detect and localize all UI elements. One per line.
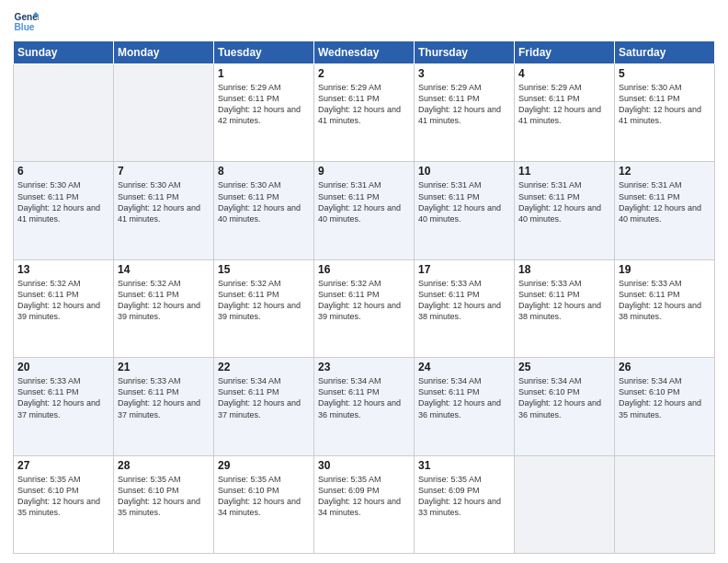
day-number: 24 <box>418 361 510 373</box>
day-number: 16 <box>318 263 410 276</box>
calendar-cell: 15Sunrise: 5:32 AM Sunset: 6:11 PM Dayli… <box>214 259 314 357</box>
calendar-cell: 4Sunrise: 5:29 AM Sunset: 6:11 PM Daylig… <box>515 64 615 162</box>
day-number: 17 <box>418 263 510 276</box>
day-info: Sunrise: 5:30 AM Sunset: 6:11 PM Dayligh… <box>619 82 711 127</box>
day-info: Sunrise: 5:35 AM Sunset: 6:09 PM Dayligh… <box>418 474 510 519</box>
day-number: 25 <box>518 361 610 373</box>
calendar-cell: 24Sunrise: 5:34 AM Sunset: 6:11 PM Dayli… <box>415 358 515 455</box>
day-info: Sunrise: 5:29 AM Sunset: 6:11 PM Dayligh… <box>218 82 310 127</box>
day-number: 18 <box>518 263 610 276</box>
calendar-cell: 26Sunrise: 5:34 AM Sunset: 6:10 PM Dayli… <box>615 358 715 455</box>
calendar-cell: 19Sunrise: 5:33 AM Sunset: 6:11 PM Dayli… <box>615 259 715 357</box>
calendar-cell: 27Sunrise: 5:35 AM Sunset: 6:10 PM Dayli… <box>14 455 114 553</box>
day-info: Sunrise: 5:30 AM Sunset: 6:11 PM Dayligh… <box>17 179 109 224</box>
day-number: 12 <box>619 165 711 178</box>
day-info: Sunrise: 5:35 AM Sunset: 6:10 PM Dayligh… <box>218 474 310 519</box>
day-number: 29 <box>218 459 310 472</box>
day-number: 6 <box>17 165 109 178</box>
day-info: Sunrise: 5:34 AM Sunset: 6:10 PM Dayligh… <box>518 375 610 420</box>
calendar-cell <box>114 64 214 162</box>
day-info: Sunrise: 5:29 AM Sunset: 6:11 PM Dayligh… <box>418 82 510 127</box>
calendar-cell: 20Sunrise: 5:33 AM Sunset: 6:11 PM Dayli… <box>14 358 114 455</box>
day-number: 19 <box>619 263 711 276</box>
calendar-cell: 9Sunrise: 5:31 AM Sunset: 6:11 PM Daylig… <box>314 162 415 259</box>
day-number: 1 <box>218 67 310 80</box>
page: General Blue SundayMondayTuesdayWednesda… <box>0 0 728 563</box>
day-number: 11 <box>518 165 610 178</box>
day-number: 3 <box>418 67 510 80</box>
calendar-day-header: Thursday <box>415 41 515 64</box>
day-number: 15 <box>218 263 310 276</box>
calendar-cell: 28Sunrise: 5:35 AM Sunset: 6:10 PM Dayli… <box>114 455 214 553</box>
day-info: Sunrise: 5:31 AM Sunset: 6:11 PM Dayligh… <box>619 179 711 224</box>
day-info: Sunrise: 5:29 AM Sunset: 6:11 PM Dayligh… <box>318 82 410 127</box>
calendar-cell: 12Sunrise: 5:31 AM Sunset: 6:11 PM Dayli… <box>615 162 715 259</box>
calendar-week-row: 27Sunrise: 5:35 AM Sunset: 6:10 PM Dayli… <box>14 455 715 553</box>
day-number: 5 <box>619 67 711 80</box>
day-info: Sunrise: 5:33 AM Sunset: 6:11 PM Dayligh… <box>418 278 510 323</box>
calendar-cell: 21Sunrise: 5:33 AM Sunset: 6:11 PM Dayli… <box>114 358 214 455</box>
calendar-cell: 3Sunrise: 5:29 AM Sunset: 6:11 PM Daylig… <box>415 64 515 162</box>
logo: General Blue <box>13 9 42 35</box>
calendar-cell: 30Sunrise: 5:35 AM Sunset: 6:09 PM Dayli… <box>314 455 415 553</box>
day-info: Sunrise: 5:34 AM Sunset: 6:11 PM Dayligh… <box>418 375 510 420</box>
calendar-cell: 29Sunrise: 5:35 AM Sunset: 6:10 PM Dayli… <box>214 455 314 553</box>
calendar-cell: 6Sunrise: 5:30 AM Sunset: 6:11 PM Daylig… <box>14 162 114 259</box>
calendar-cell <box>615 455 715 553</box>
day-number: 28 <box>118 459 210 472</box>
day-number: 27 <box>17 459 109 472</box>
calendar-cell: 7Sunrise: 5:30 AM Sunset: 6:11 PM Daylig… <box>114 162 214 259</box>
day-number: 23 <box>318 361 410 373</box>
calendar-cell: 16Sunrise: 5:32 AM Sunset: 6:11 PM Dayli… <box>314 259 415 357</box>
calendar-cell: 8Sunrise: 5:30 AM Sunset: 6:11 PM Daylig… <box>214 162 314 259</box>
day-info: Sunrise: 5:33 AM Sunset: 6:11 PM Dayligh… <box>118 375 210 420</box>
calendar-cell: 22Sunrise: 5:34 AM Sunset: 6:11 PM Dayli… <box>214 358 314 455</box>
calendar-cell: 17Sunrise: 5:33 AM Sunset: 6:11 PM Dayli… <box>415 259 515 357</box>
calendar-cell: 23Sunrise: 5:34 AM Sunset: 6:11 PM Dayli… <box>314 358 415 455</box>
calendar-week-row: 20Sunrise: 5:33 AM Sunset: 6:11 PM Dayli… <box>14 358 715 455</box>
day-info: Sunrise: 5:29 AM Sunset: 6:11 PM Dayligh… <box>518 82 610 127</box>
calendar-cell: 31Sunrise: 5:35 AM Sunset: 6:09 PM Dayli… <box>415 455 515 553</box>
day-number: 30 <box>318 459 410 472</box>
day-number: 9 <box>318 165 410 178</box>
day-info: Sunrise: 5:35 AM Sunset: 6:09 PM Dayligh… <box>318 474 410 519</box>
day-number: 2 <box>318 67 410 80</box>
day-info: Sunrise: 5:34 AM Sunset: 6:11 PM Dayligh… <box>218 375 310 420</box>
day-number: 26 <box>619 361 711 373</box>
calendar-week-row: 6Sunrise: 5:30 AM Sunset: 6:11 PM Daylig… <box>14 162 715 259</box>
calendar-day-header: Wednesday <box>314 41 415 64</box>
day-number: 20 <box>17 361 109 373</box>
day-number: 21 <box>118 361 210 373</box>
day-info: Sunrise: 5:34 AM Sunset: 6:10 PM Dayligh… <box>619 375 711 420</box>
svg-text:Blue: Blue <box>15 22 35 32</box>
day-number: 8 <box>218 165 310 178</box>
day-info: Sunrise: 5:32 AM Sunset: 6:11 PM Dayligh… <box>118 278 210 323</box>
day-info: Sunrise: 5:30 AM Sunset: 6:11 PM Dayligh… <box>218 179 310 224</box>
calendar-cell <box>14 64 114 162</box>
calendar-cell: 18Sunrise: 5:33 AM Sunset: 6:11 PM Dayli… <box>515 259 615 357</box>
day-info: Sunrise: 5:35 AM Sunset: 6:10 PM Dayligh… <box>17 474 109 519</box>
calendar-cell: 1Sunrise: 5:29 AM Sunset: 6:11 PM Daylig… <box>214 64 314 162</box>
day-number: 14 <box>118 263 210 276</box>
calendar-cell: 11Sunrise: 5:31 AM Sunset: 6:11 PM Dayli… <box>515 162 615 259</box>
day-number: 10 <box>418 165 510 178</box>
header: General Blue <box>13 9 715 35</box>
day-info: Sunrise: 5:31 AM Sunset: 6:11 PM Dayligh… <box>518 179 610 224</box>
calendar-day-header: Monday <box>114 41 214 64</box>
calendar-cell: 5Sunrise: 5:30 AM Sunset: 6:11 PM Daylig… <box>615 64 715 162</box>
calendar-week-row: 13Sunrise: 5:32 AM Sunset: 6:11 PM Dayli… <box>14 259 715 357</box>
calendar-week-row: 1Sunrise: 5:29 AM Sunset: 6:11 PM Daylig… <box>14 64 715 162</box>
calendar-header-row: SundayMondayTuesdayWednesdayThursdayFrid… <box>14 41 715 64</box>
calendar-table: SundayMondayTuesdayWednesdayThursdayFrid… <box>13 40 715 554</box>
calendar-day-header: Sunday <box>14 41 114 64</box>
day-info: Sunrise: 5:33 AM Sunset: 6:11 PM Dayligh… <box>518 278 610 323</box>
day-info: Sunrise: 5:31 AM Sunset: 6:11 PM Dayligh… <box>418 179 510 224</box>
day-info: Sunrise: 5:30 AM Sunset: 6:11 PM Dayligh… <box>118 179 210 224</box>
calendar-cell <box>515 455 615 553</box>
calendar-cell: 25Sunrise: 5:34 AM Sunset: 6:10 PM Dayli… <box>515 358 615 455</box>
day-info: Sunrise: 5:32 AM Sunset: 6:11 PM Dayligh… <box>318 278 410 323</box>
day-info: Sunrise: 5:35 AM Sunset: 6:10 PM Dayligh… <box>118 474 210 519</box>
day-info: Sunrise: 5:34 AM Sunset: 6:11 PM Dayligh… <box>318 375 410 420</box>
calendar-day-header: Saturday <box>615 41 715 64</box>
day-info: Sunrise: 5:33 AM Sunset: 6:11 PM Dayligh… <box>17 375 109 420</box>
